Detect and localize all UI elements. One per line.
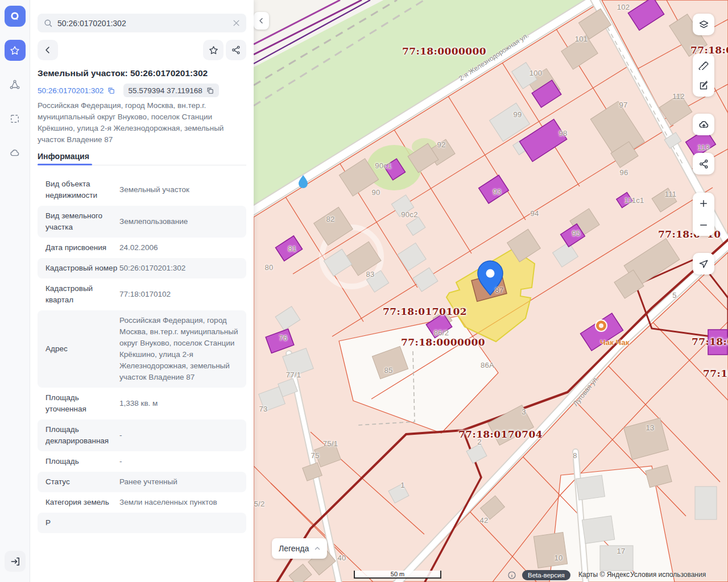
- minus-icon: [698, 220, 709, 230]
- ruler-button[interactable]: [693, 53, 714, 75]
- logout-icon: [10, 556, 21, 567]
- table-row: Площадь декларированная-: [38, 419, 246, 451]
- object-info-panel: Земельный участок: 50:26:0170201:302 50:…: [30, 0, 254, 582]
- edit-button[interactable]: [693, 75, 714, 97]
- clear-search-icon[interactable]: [232, 19, 241, 27]
- legend-button[interactable]: Легенда: [272, 538, 327, 559]
- share-control: [693, 153, 714, 174]
- sidebar-item-cloud[interactable]: [5, 142, 26, 163]
- ruler-icon: [698, 59, 709, 70]
- map-share-button[interactable]: [693, 153, 714, 174]
- upload-control: [693, 114, 714, 135]
- table-row: Площадь-: [38, 451, 246, 472]
- zoom-controls: [693, 193, 714, 236]
- location-arrow-icon: [698, 259, 709, 269]
- collapse-panel-button[interactable]: [254, 12, 269, 30]
- plus-icon: [698, 198, 709, 209]
- coordinates-chip[interactable]: 55.579394 37.119168: [123, 84, 218, 97]
- search-bar[interactable]: [38, 14, 246, 32]
- tab-information[interactable]: Информация: [38, 152, 89, 161]
- star-icon: [208, 45, 219, 56]
- cloud-upload-icon: [698, 119, 710, 131]
- logout-button[interactable]: [5, 551, 26, 572]
- page-title: Земельный участок: 50:26:0170201:302: [38, 68, 248, 78]
- scale-bar: 50 m: [354, 571, 441, 579]
- panel-actions: [38, 40, 246, 60]
- zoom-out-button[interactable]: [693, 214, 714, 236]
- search-input[interactable]: [57, 19, 232, 28]
- chevron-left-icon: [257, 16, 266, 25]
- back-button[interactable]: [38, 40, 58, 60]
- map-canvas[interactable]: 102 101 100 99 98 97 112 113 96 111 111с…: [254, 0, 728, 582]
- legend-label: Легенда: [279, 544, 309, 553]
- table-row-partial: Р: [38, 513, 246, 533]
- table-row: АдресРоссийская Федерация, город Москва,…: [38, 310, 246, 388]
- cadastral-number-link[interactable]: 50:26:0170201:302: [38, 86, 104, 95]
- select-area-icon: [9, 113, 20, 124]
- search-icon: [43, 18, 53, 28]
- info-icon[interactable]: [507, 571, 516, 580]
- layers-icon: [698, 19, 710, 31]
- copy-cadastral-icon[interactable]: [107, 86, 115, 95]
- share-icon: [698, 159, 709, 169]
- app-logo[interactable]: [5, 6, 26, 27]
- table-row: СтатусРанее учтенный: [38, 472, 246, 492]
- star-icon: [9, 45, 20, 56]
- table-row: Вид объекта недвижимостиЗемельный участо…: [38, 174, 246, 206]
- locate-control: [693, 253, 714, 275]
- copy-coordinates-icon[interactable]: [206, 86, 214, 95]
- chevron-up-icon: [313, 544, 321, 552]
- sidebar-item-layers-graph[interactable]: [5, 74, 26, 95]
- table-row: Кадастровый квартал77:18:0170102: [38, 278, 246, 310]
- table-row: Кадастровый номер50:26:0170201:302: [38, 258, 246, 278]
- coordinates-value: 55.579394 37.119168: [128, 86, 202, 95]
- beta-badge: Beta-версия: [522, 570, 570, 580]
- map-base-layer: [254, 0, 728, 582]
- share-icon: [231, 45, 241, 55]
- sidebar-item-favorites[interactable]: [5, 40, 26, 61]
- icon-rail: [0, 0, 30, 582]
- cloud-icon: [9, 147, 20, 159]
- sidebar-item-select-area[interactable]: [5, 108, 26, 129]
- favorite-button[interactable]: [203, 40, 224, 60]
- edit-icon: [698, 80, 709, 92]
- my-location-button[interactable]: [693, 253, 714, 275]
- attribution-maps[interactable]: Карты © Яндекс: [578, 571, 630, 579]
- measure-edit-controls: [693, 53, 714, 97]
- logo-icon: [8, 10, 22, 23]
- table-row: Категория земельЗемли населенных пунктов: [38, 492, 246, 513]
- share-button[interactable]: [226, 40, 246, 60]
- layers-control: [693, 14, 714, 35]
- zoom-in-button[interactable]: [693, 193, 714, 214]
- layers-button[interactable]: [693, 14, 714, 35]
- cadastral-map-app: Земельный участок: 50:26:0170201:302 50:…: [0, 0, 728, 582]
- attribution-terms[interactable]: Условия использования: [630, 571, 706, 579]
- table-row: Дата присвоения24.02.2006: [38, 238, 246, 258]
- active-tab-underline: [38, 164, 92, 165]
- graph-icon: [9, 79, 20, 90]
- object-address: Российская Федерация, город Москва, вн.т…: [38, 100, 238, 146]
- cloud-upload-button[interactable]: [693, 114, 714, 135]
- chevron-left-icon: [43, 45, 53, 55]
- object-meta: 50:26:0170201:302 55.579394 37.119168: [38, 84, 248, 97]
- scale-label: 50 m: [391, 571, 404, 577]
- table-row: Вид земельного участкаЗемлепользование: [38, 206, 246, 238]
- table-row: Площадь уточненная1,338 кв. м: [38, 388, 246, 419]
- attribute-list: Вид объекта недвижимостиЗемельный участо…: [38, 174, 246, 533]
